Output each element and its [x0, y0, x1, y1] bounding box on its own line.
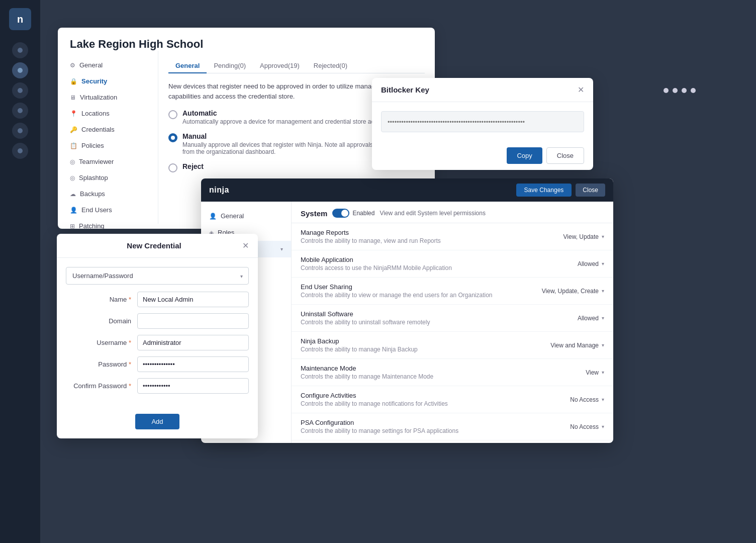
nav-general[interactable]: ⚙ General [62, 57, 154, 73]
tabs-row: General Pending(0) Approved(19) Rejected… [168, 59, 425, 73]
window-title: Lake Region High School [58, 28, 435, 51]
credential-body: Username/PasswordAPI KeyToken ▾ Name * D… [57, 258, 258, 409]
tab-rejected[interactable]: Rejected(0) [307, 59, 354, 73]
perm-row-end-user-sharing: End User Sharing Controls the ability to… [292, 278, 613, 305]
person-icon: 👤 [209, 213, 217, 220]
dialog-footer: Copy Close [372, 141, 593, 170]
domain-input[interactable] [137, 313, 249, 329]
perm-select-mobile-app[interactable]: Allowed ▾ [578, 260, 604, 267]
username-label: Username * [66, 339, 131, 346]
new-credential-dialog: New Credential ✕ Username/PasswordAPI Ke… [57, 234, 258, 438]
dialog-body [372, 102, 593, 141]
confirm-password-row: Confirm Password * [66, 378, 249, 394]
sidebar-item-5[interactable] [12, 123, 28, 139]
credential-footer: Add [57, 409, 258, 438]
sidebar: n [0, 0, 40, 543]
name-input[interactable] [137, 292, 249, 307]
backup-icon: ☁ [70, 191, 76, 198]
system-toggle[interactable]: Enabled [332, 209, 374, 218]
copy-button[interactable]: Copy [507, 147, 542, 164]
chevron-down-icon: ▾ [602, 315, 604, 321]
perm-select-manage-reports[interactable]: View, Update ▾ [563, 233, 605, 240]
close-button[interactable]: Close [546, 147, 584, 164]
perm-select-maintenance[interactable]: View ▾ [586, 369, 604, 376]
domain-row: Domain [66, 313, 249, 329]
nav-splashtop[interactable]: ◎ Splashtop [62, 170, 154, 186]
key-icon: 🔑 [70, 126, 77, 133]
username-input[interactable] [137, 335, 249, 350]
radio-manual[interactable] [168, 133, 177, 142]
perm-select-psa[interactable]: No Access ▾ [570, 423, 604, 430]
perm-select-configure-activities[interactable]: No Access ▾ [570, 396, 604, 403]
system-desc: View and edit System level permissions [380, 210, 486, 217]
add-button[interactable]: Add [135, 414, 179, 429]
credential-title: New Credential [66, 241, 242, 250]
radio-reject[interactable] [168, 163, 177, 172]
nav-security[interactable]: 🔒 Security [62, 73, 154, 89]
system-title: System [301, 209, 327, 218]
tab-approved[interactable]: Approved(19) [253, 59, 307, 73]
system-section-header: System Enabled View and edit System leve… [292, 202, 613, 223]
tab-general[interactable]: General [168, 59, 207, 73]
chevron-down-icon: ▾ [602, 234, 604, 239]
nav-locations[interactable]: 📍 Locations [62, 106, 154, 121]
panel-nav-general[interactable]: 👤 General [201, 208, 291, 224]
chevron-down-icon: ▾ [602, 370, 604, 375]
bitlocker-dialog: Bitlocker Key ✕ Copy Close [372, 78, 593, 170]
password-label: Password * [66, 360, 131, 368]
monitor-icon: 🖥 [70, 94, 76, 101]
perm-row-psa-config: PSA Configuration Controls the ability t… [292, 413, 613, 440]
nav-teamviewer[interactable]: ◎ Teamviewer [62, 154, 154, 169]
chevron-down-icon: ▾ [602, 424, 604, 429]
tab-pending[interactable]: Pending(0) [207, 59, 253, 73]
sidebar-item-3[interactable] [12, 82, 28, 99]
perm-row-mobile-app: Mobile Application Controls access to us… [292, 250, 613, 278]
gear-icon: ⚙ [70, 62, 75, 69]
chevron-down-icon: ▾ [602, 288, 604, 294]
credential-close-icon[interactable]: ✕ [242, 241, 249, 250]
username-row: Username * [66, 335, 249, 350]
nav-patching[interactable]: ⊞ Patching [62, 218, 154, 229]
credential-header: New Credential ✕ [57, 234, 258, 258]
credential-type-select[interactable]: Username/PasswordAPI KeyToken [66, 267, 249, 285]
perm-row-maintenance-mode: Maintenance Mode Controls the ability to… [292, 359, 613, 386]
bitlocker-key-field[interactable] [381, 111, 584, 132]
perm-select-end-user-sharing[interactable]: View, Update, Create ▾ [542, 288, 604, 295]
name-label: Name * [66, 296, 131, 303]
panel-actions: Save Changes Close [516, 184, 605, 197]
perm-select-ninja-backup[interactable]: View and Manage ▾ [550, 342, 604, 349]
nav-end-users[interactable]: 👤 End Users [62, 202, 154, 218]
panel-layout: 👤 General ◈ Roles ◈ Permissions ▾ System… [201, 202, 613, 443]
nav-credentials[interactable]: 🔑 Credentials [62, 122, 154, 137]
dialog-header: Bitlocker Key ✕ [372, 78, 593, 102]
perm-row-cloudberry: CloudBerry Controls the ability to manag… [292, 440, 613, 443]
radio-automatic[interactable] [168, 110, 177, 119]
nav-policies[interactable]: 📋 Policies [62, 138, 154, 153]
perm-select-uninstall[interactable]: Allowed ▾ [578, 315, 604, 322]
sidebar-item-4[interactable] [12, 103, 28, 119]
dialog-title: Bitlocker Key [381, 85, 429, 94]
panel-header: ninja Save Changes Close [201, 178, 613, 202]
chevron-down-icon: ▾ [602, 342, 604, 348]
credential-type-wrapper: Username/PasswordAPI KeyToken ▾ [66, 267, 249, 285]
sidebar-item-1[interactable] [12, 42, 28, 58]
nav-virtualization[interactable]: 🖥 Virtualization [62, 89, 154, 105]
user-icon: 👤 [70, 207, 77, 214]
password-row: Password * [66, 356, 249, 372]
policy-icon: 📋 [70, 142, 77, 149]
nav-backups[interactable]: ☁ Backups [62, 186, 154, 202]
confirm-password-input[interactable] [137, 378, 249, 394]
dots-row [664, 88, 696, 93]
password-input[interactable] [137, 356, 249, 372]
lock-icon: 🔒 [70, 78, 77, 85]
perm-row-configure-activities: Configure Activities Controls the abilit… [292, 386, 613, 413]
teamviewer-icon: ◎ [70, 158, 75, 165]
sidebar-item-2[interactable] [12, 62, 28, 78]
bitlocker-close-icon[interactable]: ✕ [578, 85, 584, 95]
save-changes-button[interactable]: Save Changes [516, 184, 572, 197]
sidebar-item-6[interactable] [12, 143, 28, 159]
toggle-switch[interactable] [332, 209, 349, 218]
panel-close-button[interactable]: Close [576, 184, 605, 197]
toggle-label: Enabled [352, 210, 374, 217]
perm-row-ninja-backup: Ninja Backup Controls the ability to man… [292, 332, 613, 359]
